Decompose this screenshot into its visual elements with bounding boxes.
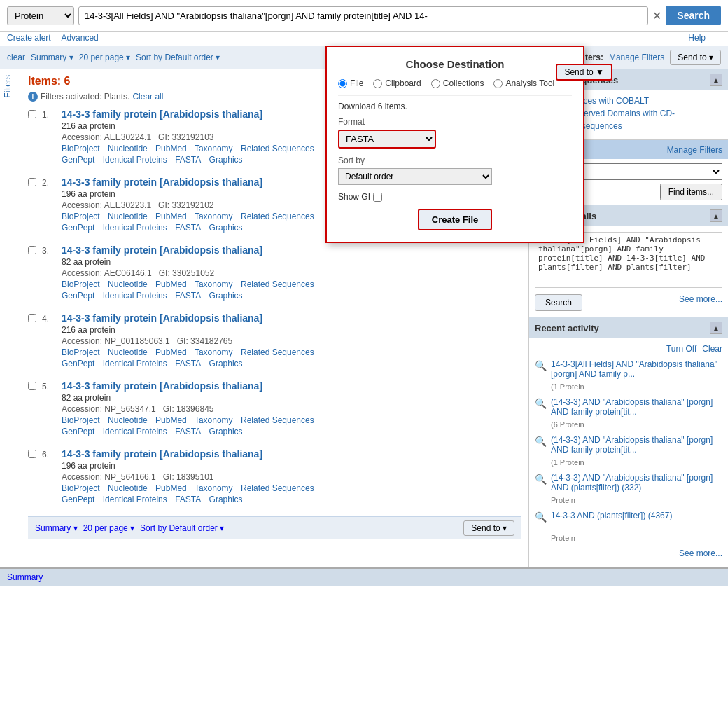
clipboard-radio[interactable] (373, 79, 382, 88)
analysis-tool-radio[interactable] (493, 79, 503, 88)
advanced-link[interactable]: Advanced (61, 33, 98, 43)
sort-select[interactable]: Default order Accession Date modified Or… (338, 168, 492, 185)
collections-radio[interactable] (431, 79, 440, 88)
genpept-link-4[interactable]: GenPept (62, 359, 94, 368)
footer-send-to-button[interactable]: Send to ▾ (463, 520, 514, 536)
related-sequences-link-4[interactable]: Related Sequences (241, 347, 314, 357)
help-link[interactable]: Help (688, 33, 706, 43)
create-alert-link[interactable]: Create alert (7, 33, 51, 43)
taxonomy-link-1[interactable]: Taxonomy (195, 144, 233, 153)
pubmed-link-5[interactable]: PubMed (155, 415, 187, 425)
bioproject-link-4[interactable]: BioProject (62, 347, 100, 357)
manage-filters-rp-link[interactable]: Manage Filters (667, 145, 722, 155)
genpept-link-6[interactable]: GenPept (62, 495, 94, 504)
fasta-link-6[interactable]: FASTA (175, 495, 201, 504)
analysis-tool-radio-label[interactable]: Analysis Tool (493, 78, 554, 88)
graphics-link-6[interactable]: Graphics (209, 495, 243, 504)
identical-proteins-link-4[interactable]: Identical Proteins (103, 359, 167, 368)
clear-all-link[interactable]: Clear all (132, 92, 163, 102)
show-gi-checkbox[interactable] (373, 193, 382, 202)
per-page-dropdown[interactable]: 20 per page ▾ (79, 53, 130, 62)
graphics-link-4[interactable]: Graphics (209, 359, 243, 368)
item-checkbox-2[interactable] (28, 178, 36, 186)
related-sequences-link-6[interactable]: Related Sequences (241, 483, 314, 493)
nucleotide-link-3[interactable]: Nucleotide (108, 279, 148, 289)
genpept-link-3[interactable]: GenPept (62, 291, 94, 301)
left-sidebar[interactable]: Filters (0, 69, 21, 567)
clear-activity-link[interactable]: Clear (702, 344, 722, 354)
nucleotide-link-5[interactable]: Nucleotide (108, 415, 148, 425)
see-more-link[interactable]: See more... (679, 294, 722, 304)
ra-query-link-1[interactable]: 14-3-3[All Fields] AND "Arabidopsis thal… (551, 359, 722, 379)
sort-dropdown[interactable]: Sort by Default order ▾ (136, 53, 220, 62)
search-clear-button[interactable]: ✕ (652, 9, 662, 22)
related-sequences-link-2[interactable]: Related Sequences (241, 212, 314, 221)
related-sequences-link-1[interactable]: Related Sequences (241, 144, 314, 153)
ra-query-link-3[interactable]: (14-3-3) AND "Arabidopsis thaliana" [por… (551, 435, 722, 455)
ra-query-link-2[interactable]: (14-3-3) AND "Arabidopsis thaliana" [por… (551, 397, 722, 417)
related-sequences-collapse[interactable]: ▲ (710, 74, 722, 86)
collections-radio-label[interactable]: Collections (431, 78, 484, 88)
recent-activity-header[interactable]: Recent activity ▲ (529, 317, 728, 338)
bioproject-link-6[interactable]: BioProject (62, 483, 100, 493)
item-title-3[interactable]: 14-3-3 family protein [Arabidopsis thali… (62, 244, 262, 256)
pubmed-link-6[interactable]: PubMed (155, 483, 187, 493)
identical-proteins-link-3[interactable]: Identical Proteins (103, 291, 167, 301)
footer-sort-dropdown[interactable]: Sort by Default order ▾ (140, 523, 224, 533)
bioproject-link-2[interactable]: BioProject (62, 212, 100, 221)
item-title-4[interactable]: 14-3-3 family protein [Arabidopsis thali… (62, 312, 262, 324)
ra-query-link-4[interactable]: (14-3-3) AND "Arabidopsis thaliana" [por… (551, 473, 722, 492)
item-checkbox-6[interactable] (28, 450, 36, 458)
item-checkbox-1[interactable] (28, 110, 36, 118)
nucleotide-link-6[interactable]: Nucleotide (108, 483, 148, 493)
taxonomy-link-4[interactable]: Taxonomy (195, 347, 233, 357)
turn-off-link[interactable]: Turn Off (666, 344, 696, 354)
item-title-1[interactable]: 14-3-3 family protein [Arabidopsis thali… (62, 109, 262, 120)
footer-per-page-dropdown[interactable]: 20 per page ▾ (83, 523, 134, 533)
taxonomy-link-3[interactable]: Taxonomy (195, 279, 233, 289)
fasta-link-2[interactable]: FASTA (175, 223, 201, 233)
item-checkbox-5[interactable] (28, 382, 36, 390)
bioproject-link-1[interactable]: BioProject (62, 144, 100, 153)
send-to-button[interactable]: Send to ▾ (670, 50, 721, 65)
fasta-link-4[interactable]: FASTA (175, 359, 201, 368)
taxonomy-link-2[interactable]: Taxonomy (195, 212, 233, 221)
nucleotide-link-4[interactable]: Nucleotide (108, 347, 148, 357)
format-select[interactable]: FASTA GenBank GBWithParts ASN.1 XML (338, 130, 436, 149)
fasta-link-3[interactable]: FASTA (175, 291, 201, 301)
identical-proteins-link-6[interactable]: Identical Proteins (103, 495, 167, 504)
send-to-highlighted-button[interactable]: Send to ▼ (556, 64, 612, 81)
graphics-link-1[interactable]: Graphics (209, 155, 243, 165)
file-radio[interactable] (338, 79, 347, 88)
file-radio-label[interactable]: File (338, 78, 363, 88)
pubmed-link-1[interactable]: PubMed (155, 144, 187, 153)
related-sequences-link-3[interactable]: Related Sequences (241, 279, 314, 289)
filters-sidebar-label[interactable]: Filters (3, 75, 13, 98)
item-title-5[interactable]: 14-3-3 family protein [Arabidopsis thali… (62, 380, 262, 392)
identical-proteins-link-1[interactable]: Identical Proteins (103, 155, 167, 165)
pubmed-link-2[interactable]: PubMed (155, 212, 187, 221)
fasta-link-5[interactable]: FASTA (175, 427, 201, 436)
search-input[interactable] (78, 6, 648, 25)
recent-activity-collapse[interactable]: ▲ (710, 322, 722, 334)
graphics-link-3[interactable]: Graphics (209, 291, 243, 301)
find-items-button[interactable]: Find items... (660, 184, 722, 200)
create-file-button[interactable]: Create File (418, 209, 492, 230)
search-details-collapse[interactable]: ▲ (710, 209, 722, 222)
clipboard-radio-label[interactable]: Clipboard (373, 78, 421, 88)
search-details-button[interactable]: Search (535, 294, 582, 311)
database-select[interactable]: Protein Nucleotide Gene PubMed (7, 6, 74, 25)
genpept-link-1[interactable]: GenPept (62, 155, 94, 165)
search-button[interactable]: Search (666, 6, 721, 25)
identical-proteins-link-5[interactable]: Identical Proteins (103, 427, 167, 436)
taxonomy-link-5[interactable]: Taxonomy (195, 415, 233, 425)
footer-summary-dropdown[interactable]: Summary ▾ (35, 523, 78, 533)
pubmed-link-3[interactable]: PubMed (155, 279, 187, 289)
show-gi-label[interactable]: Show GI (338, 192, 572, 202)
item-title-2[interactable]: 14-3-3 family protein [Arabidopsis thali… (62, 177, 262, 188)
manage-filters-link[interactable]: Manage Filters (609, 53, 664, 62)
bioproject-link-3[interactable]: BioProject (62, 279, 100, 289)
nucleotide-link-2[interactable]: Nucleotide (108, 212, 148, 221)
item-checkbox-3[interactable] (28, 246, 36, 254)
nucleotide-link-1[interactable]: Nucleotide (108, 144, 148, 153)
